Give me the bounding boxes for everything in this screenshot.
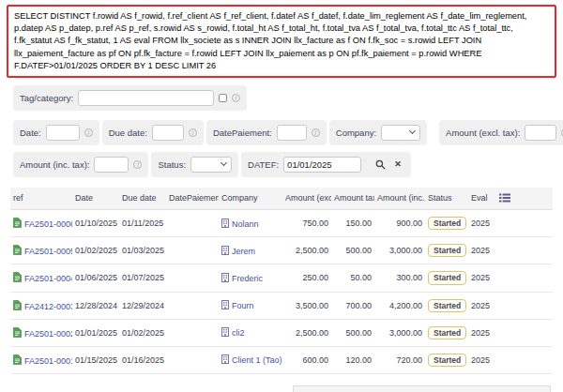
invoice-ref-link[interactable]: FA2501-0004 xyxy=(24,274,72,283)
summary-sum-header: Sum xyxy=(423,386,489,392)
amount-inc-cell: 900.00 xyxy=(374,209,425,236)
due-date-filter-input[interactable] xyxy=(152,125,184,141)
date-paiement-cell xyxy=(166,237,219,264)
table-row: FA2501-0004 01/06/2025 01/07/2025 Freder… xyxy=(10,264,553,292)
tag-filter-bar: Tag/category: i xyxy=(13,85,563,111)
company-link[interactable]: cli2 xyxy=(232,328,245,338)
status-filter-label: Status: xyxy=(158,159,186,170)
date-filter-input[interactable] xyxy=(46,125,80,141)
info-icon: i xyxy=(189,128,197,137)
due-date-cell: 01/03/2025 xyxy=(119,237,166,264)
date-paiement-cell xyxy=(166,292,219,319)
due-date-cell: 01/02/2025 xyxy=(119,319,166,346)
status-badge: Started xyxy=(428,354,466,367)
eval-cell: 2025 xyxy=(468,264,496,292)
tag-category-checkbox[interactable] xyxy=(219,94,227,102)
info-icon: i xyxy=(232,94,240,102)
header-amount-tax[interactable]: Amount tax xyxy=(331,188,374,210)
table-header-row: ref Date Due date DatePaiement Company A… xyxy=(10,188,553,210)
company-link[interactable]: Frederic xyxy=(232,274,263,283)
due-date-cell: 12/29/2024 xyxy=(119,292,166,319)
header-amount-excl[interactable]: Amount (exc... xyxy=(282,188,331,210)
invoice-ref-link[interactable]: FA2412-0003 xyxy=(24,302,72,311)
company-icon xyxy=(221,273,229,282)
date-paiement-cell xyxy=(166,346,219,373)
header-eval[interactable]: Eval xyxy=(468,188,496,210)
amount-inc-cell: 720.00 xyxy=(374,346,425,373)
header-date-paiement[interactable]: DatePaiement xyxy=(166,188,219,210)
status-filter-group: Status: xyxy=(151,152,238,177)
company-icon xyxy=(221,354,229,364)
search-icon xyxy=(375,159,386,170)
due-date-filter-group: Due date: i xyxy=(102,120,204,145)
amount-excl-cell: 2,500.00 xyxy=(282,237,331,264)
invoice-ref-link[interactable]: FA2501-0001 xyxy=(24,356,72,366)
date-cell: 01/01/2025 xyxy=(72,319,119,346)
eval-cell: 2025 xyxy=(468,237,496,264)
amount-inc-cell: 300.00 xyxy=(374,264,425,292)
amount-excl-cell: 3,500.00 xyxy=(282,292,331,319)
filter-row-dates: Date: i Due date: i DatePaiement: i Comp… xyxy=(13,120,563,145)
header-ref[interactable]: ref xyxy=(10,188,72,210)
tag-category-input[interactable] xyxy=(78,90,214,106)
date-paiement-cell xyxy=(166,209,219,236)
search-button[interactable] xyxy=(373,157,387,172)
company-select[interactable] xyxy=(381,125,420,141)
invoice-icon xyxy=(13,300,22,310)
company-link[interactable]: Nolann xyxy=(232,219,259,229)
due-date-cell: 01/16/2025 xyxy=(119,346,166,373)
company-icon xyxy=(221,300,229,309)
summary-header-row: Sums and medium - Digital fields Sum Ave… xyxy=(294,386,551,392)
date-paiement-filter-group: DatePaiement: i xyxy=(206,120,327,145)
amount-excl-cell: 600.00 xyxy=(282,346,331,373)
header-status[interactable]: Status xyxy=(425,188,468,210)
amount-excl-cell: 250.00 xyxy=(282,264,331,292)
date-paiement-filter-label: DatePaiement: xyxy=(213,128,272,138)
header-tools xyxy=(496,188,553,210)
company-link[interactable]: Fourn xyxy=(232,301,254,310)
header-date[interactable]: Date xyxy=(72,188,119,210)
company-filter-label: Company: xyxy=(336,128,376,138)
column-selector-icon[interactable] xyxy=(499,193,510,203)
status-badge: Started xyxy=(428,244,466,257)
invoice-table: ref Date Due date DatePaiement Company A… xyxy=(10,188,553,374)
amount-excl-filter-input[interactable] xyxy=(525,125,556,141)
close-icon: ✕ xyxy=(394,160,402,169)
status-select[interactable] xyxy=(190,157,232,173)
date-paiement-filter-input[interactable] xyxy=(277,125,307,141)
due-date-filter-label: Due date: xyxy=(109,128,147,138)
invoice-ref-link[interactable]: FA2501-0002 xyxy=(24,329,72,339)
company-icon xyxy=(221,219,229,228)
date-cell: 01/06/2025 xyxy=(72,264,119,292)
due-date-cell: 01/11/2025 xyxy=(119,209,166,236)
invoice-icon xyxy=(13,327,22,338)
company-filter-group: Company: xyxy=(329,120,427,145)
summary-title: Sums and medium - Digital fields xyxy=(294,386,423,392)
eval-cell: 2025 xyxy=(468,292,496,319)
info-icon: i xyxy=(84,128,93,137)
invoice-icon xyxy=(13,245,22,255)
table-row: FA2501-0002 01/01/2025 01/02/2025 cli2 2… xyxy=(10,319,553,346)
date-cell: 01/10/2025 xyxy=(72,209,119,236)
info-icon: i xyxy=(312,128,320,137)
amount-inc-cell: 4,200.00 xyxy=(374,292,425,319)
clear-filters-button[interactable]: ✕ xyxy=(391,157,404,172)
sums-summary-table: Sums and medium - Digital fields Sum Ave… xyxy=(293,385,551,392)
header-due-date[interactable]: Due date xyxy=(119,188,166,210)
invoice-icon xyxy=(13,354,22,365)
amount-inc-filter-input[interactable] xyxy=(94,157,129,173)
company-icon xyxy=(221,327,229,337)
company-link[interactable]: Client 1 (Tao) xyxy=(232,355,282,365)
amount-tax-cell: 120.00 xyxy=(331,346,374,373)
eval-cell: 2025 xyxy=(468,319,496,346)
date-paiement-cell xyxy=(166,264,219,292)
datef-filter-input[interactable] xyxy=(283,157,361,173)
invoice-ref-link[interactable]: FA2501-0006 xyxy=(24,219,72,229)
header-amount-inc[interactable]: Amount (inc... xyxy=(374,188,425,210)
header-company[interactable]: Company xyxy=(219,188,282,210)
summary-average-header: Average xyxy=(489,386,551,392)
date-filter-label: Date: xyxy=(20,128,41,138)
company-link[interactable]: Jerem xyxy=(232,247,255,256)
table-row: FA2501-0006 01/10/2025 01/11/2025 Nolann… xyxy=(10,209,553,236)
invoice-ref-link[interactable]: FA2501-0005 xyxy=(24,247,72,256)
